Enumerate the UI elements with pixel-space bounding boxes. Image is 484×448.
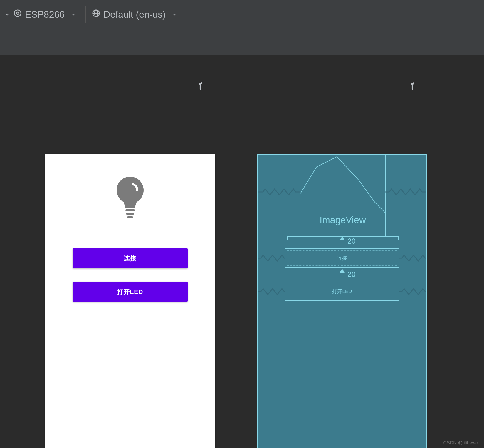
secondary-toolbar (0, 29, 484, 55)
watermark-text: CSDN @lilihewo (443, 440, 478, 446)
svg-point-0 (14, 10, 21, 17)
chevron-down-icon (171, 11, 178, 18)
blueprint-button-inner (287, 284, 397, 299)
wrench-icon[interactable] (409, 81, 415, 91)
chevron-down-icon (70, 11, 77, 18)
constraint-spring-icon (399, 288, 426, 295)
constraint-spring-icon (399, 255, 426, 262)
wrench-icon[interactable] (197, 81, 203, 91)
button-label: 连接 (124, 254, 137, 263)
blueprint-tick (398, 236, 399, 240)
blueprint-margin-value: 20 (347, 237, 356, 245)
svg-rect-7 (200, 84, 201, 90)
lightbulb-icon (112, 174, 148, 221)
blueprint-toggle-led-button[interactable]: 打开LED (285, 282, 399, 301)
blueprint-imageview-label: ImageView (300, 215, 385, 225)
design-preview-frame[interactable]: 连接 打开LED (45, 154, 215, 448)
button-label: 打开LED (117, 288, 143, 296)
svg-rect-10 (412, 84, 413, 90)
constraint-spring-icon (258, 188, 300, 195)
device-label: ESP8266 (25, 9, 65, 20)
design-canvas[interactable]: 连接 打开LED ImageView (0, 55, 484, 448)
globe-icon (92, 9, 100, 20)
chevron-down-icon[interactable] (4, 11, 11, 18)
svg-rect-12 (125, 209, 135, 211)
constraint-vertical-icon (336, 269, 348, 281)
constraint-spring-icon (385, 188, 426, 195)
locale-label: Default (en-us) (103, 9, 166, 20)
blueprint-imageview[interactable]: ImageView (300, 155, 386, 236)
svg-point-1 (16, 12, 19, 14)
toolbar-divider (85, 6, 86, 23)
svg-point-11 (117, 177, 144, 204)
constraint-vertical-icon (336, 236, 348, 248)
blueprint-preview-frame[interactable]: ImageView 20 连接 20 打开LED (257, 154, 427, 448)
connect-button[interactable]: 连接 (73, 248, 188, 268)
blueprint-tick (287, 236, 288, 240)
device-selector[interactable]: ESP8266 (13, 9, 79, 20)
blueprint-connect-button[interactable]: 连接 (285, 248, 399, 268)
svg-rect-13 (126, 213, 134, 215)
blueprint-margin-value: 20 (347, 270, 356, 279)
locale-selector[interactable]: Default (en-us) (92, 9, 180, 20)
toggle-led-button[interactable]: 打开LED (73, 282, 188, 302)
svg-rect-6 (199, 81, 201, 83)
constraint-spring-icon (258, 288, 285, 295)
toolbar: ESP8266 Default (en-us) (0, 0, 484, 29)
target-icon (13, 9, 22, 20)
svg-rect-9 (411, 81, 414, 83)
blueprint-button-inner (287, 250, 397, 266)
svg-rect-14 (127, 216, 133, 218)
constraint-spring-icon (258, 255, 285, 262)
